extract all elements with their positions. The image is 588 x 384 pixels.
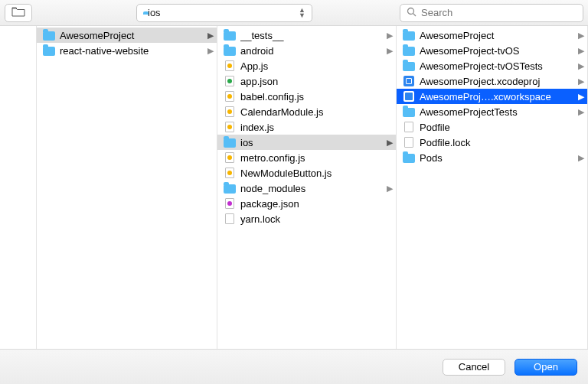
folder-icon	[403, 29, 415, 41]
folder-icon	[224, 29, 236, 41]
list-item[interactable]: AwesomeProject▶	[37, 28, 217, 43]
list-item[interactable]: AwesomeProject.xcodeproj▶	[397, 73, 587, 89]
search-icon	[407, 7, 416, 19]
item-label: package.json	[240, 198, 381, 210]
column-browser: AwesomeProject▶react-native-website▶ __t…	[0, 26, 588, 349]
list-item[interactable]: CalendarModule.js	[217, 104, 396, 119]
item-label: __tests__	[240, 30, 381, 41]
item-label: index.js	[240, 122, 381, 133]
item-label: node_modules	[240, 183, 381, 194]
list-item[interactable]: __tests__▶	[217, 28, 396, 43]
path-label: ios	[148, 7, 294, 18]
list-item[interactable]: android▶	[217, 43, 396, 58]
file-icon	[224, 151, 236, 164]
list-item[interactable]: AwesomeProject-tvOSTests▶	[397, 58, 587, 73]
column-0[interactable]: AwesomeProject▶react-native-website▶	[37, 26, 217, 349]
chevron-right-icon: ▶	[385, 46, 393, 56]
toolbar: ios ▲▼	[0, 0, 588, 26]
folder-icon	[224, 44, 236, 57]
item-label: Podfile.lock	[420, 137, 572, 148]
file-icon	[403, 121, 415, 133]
chevron-right-icon: ▶	[206, 31, 214, 41]
new-folder-button[interactable]	[5, 4, 32, 22]
item-label: App.js	[240, 60, 381, 72]
list-item[interactable]: package.json	[217, 196, 396, 211]
chevron-right-icon: ▶	[577, 92, 584, 102]
item-label: NewModuleButton.js	[240, 168, 381, 179]
list-item[interactable]: ios▶	[217, 135, 396, 150]
file-icon	[224, 213, 236, 225]
search-field[interactable]	[400, 4, 583, 22]
search-input[interactable]	[421, 7, 577, 18]
item-label: react-native-website	[60, 45, 201, 57]
file-icon	[224, 121, 236, 133]
path-dropdown[interactable]: ios ▲▼	[136, 4, 312, 22]
folder-icon	[43, 44, 55, 57]
item-label: CalendarModule.js	[240, 106, 381, 118]
file-icon	[224, 106, 236, 118]
chevron-right-icon: ▶	[577, 153, 584, 163]
chevron-right-icon: ▶	[577, 76, 584, 86]
column-1[interactable]: __tests__▶android▶App.jsapp.jsonbabel.co…	[217, 26, 397, 349]
footer: Cancel Open	[0, 349, 588, 384]
folder-plus-icon	[11, 6, 25, 19]
item-label: AwesomeProject	[420, 30, 572, 41]
list-item[interactable]: react-native-website▶	[37, 43, 217, 58]
list-item[interactable]: babel.config.js	[217, 89, 396, 104]
list-item[interactable]: NewModuleButton.js	[217, 165, 396, 181]
list-item[interactable]: Podfile	[397, 119, 587, 135]
list-item[interactable]: AwesomeProject-tvOS▶	[397, 43, 587, 58]
item-label: AwesomeProject-tvOS	[420, 45, 572, 57]
chevron-right-icon: ▶	[385, 138, 393, 148]
list-item[interactable]: index.js	[217, 119, 396, 135]
list-item[interactable]: Podfile.lock	[397, 135, 587, 150]
chevron-right-icon: ▶	[385, 31, 393, 41]
folder-icon	[43, 29, 55, 41]
item-label: AwesomeProject-tvOSTests	[420, 60, 572, 72]
item-label: android	[240, 45, 381, 57]
gutter	[0, 26, 37, 349]
svg-point-0	[408, 8, 414, 14]
folder-icon	[224, 182, 236, 194]
chevron-right-icon: ▶	[206, 46, 214, 56]
cancel-button[interactable]: Cancel	[443, 359, 505, 376]
folder-icon	[403, 106, 415, 118]
item-label: Pods	[420, 152, 572, 164]
svg-line-1	[413, 13, 416, 16]
list-item[interactable]: metro.config.js	[217, 150, 396, 165]
folder-icon	[403, 151, 415, 164]
updown-icon: ▲▼	[299, 8, 305, 18]
item-label: Podfile	[420, 122, 572, 133]
list-item[interactable]: app.json	[217, 73, 396, 89]
item-label: babel.config.js	[240, 91, 381, 103]
list-item[interactable]: yarn.lock	[217, 211, 396, 226]
chevron-right-icon: ▶	[577, 107, 584, 117]
file-icon	[403, 136, 415, 148]
open-button[interactable]: Open	[514, 359, 577, 376]
list-item[interactable]: node_modules▶	[217, 181, 396, 196]
item-label: AwesomeProject.xcodeproj	[420, 76, 572, 87]
list-item[interactable]: AwesomeProjectTests▶	[397, 104, 587, 119]
list-item[interactable]: AwesomeProject▶	[397, 28, 587, 43]
item-label: AwesomeProjectTests	[420, 106, 572, 118]
xcworkspace-icon	[403, 90, 415, 103]
column-2[interactable]: AwesomeProject▶AwesomeProject-tvOS▶Aweso…	[397, 26, 588, 349]
chevron-right-icon: ▶	[577, 61, 584, 71]
item-label: yarn.lock	[240, 213, 381, 225]
chevron-right-icon: ▶	[577, 31, 584, 41]
xcodeproj-icon	[403, 75, 415, 87]
chevron-right-icon: ▶	[385, 184, 393, 194]
list-item[interactable]: AwesomeProj….xcworkspace▶	[397, 89, 587, 104]
item-label: AwesomeProject	[60, 30, 201, 41]
file-icon	[224, 75, 236, 87]
chevron-right-icon: ▶	[577, 46, 584, 56]
folder-icon	[403, 60, 415, 72]
list-item[interactable]: App.js	[217, 58, 396, 73]
item-label: metro.config.js	[240, 152, 381, 164]
file-icon	[224, 60, 236, 72]
item-label: app.json	[240, 76, 381, 87]
file-icon	[224, 197, 236, 210]
list-item[interactable]: Pods▶	[397, 150, 587, 165]
item-label: ios	[240, 137, 381, 148]
item-label: AwesomeProj….xcworkspace	[420, 91, 572, 103]
